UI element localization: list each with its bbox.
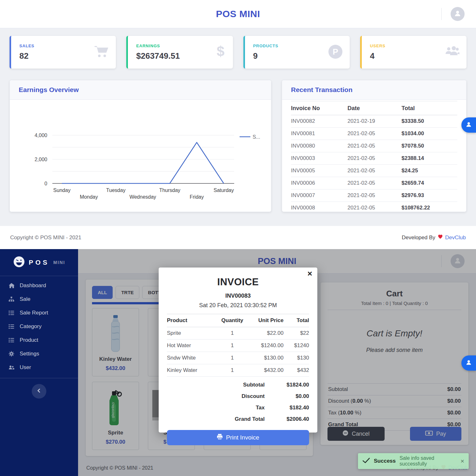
sidebar-collapse-button[interactable]: [32, 384, 46, 399]
cell-date: 2021-02-05: [347, 140, 401, 152]
cell-total: $108762.22: [401, 202, 457, 214]
developed-by: Developed By DevClub: [402, 234, 466, 241]
table-row: INV000032021-02-05$2388.14: [291, 152, 457, 165]
cell-total: $7078.50: [401, 140, 457, 152]
cell-invoice: INV00082: [291, 115, 347, 128]
copyright-text: Copyright © POS MINI - 2021: [10, 235, 81, 241]
header-right: [441, 0, 465, 28]
page: POS MINI SALES 82 EARNINGS $263: [0, 0, 476, 476]
recent-transaction-table: Invoice No Date Total INV000822021-02-19…: [291, 101, 457, 214]
sidebar-item-sale-report[interactable]: Sale Report: [0, 306, 78, 320]
invoice-tax-row: Tax$182.40: [167, 402, 309, 413]
invoice-modal: × INVOICE INV00083 Sat 20 Feb, 2021 03:3…: [159, 268, 317, 433]
sidebar-item-user[interactable]: User: [0, 360, 78, 374]
invoice-subtotal-row: Subtotal$1824.00: [167, 379, 309, 391]
svg-text:4,000: 4,000: [35, 133, 47, 138]
cell-date: 2021-02-19: [347, 115, 401, 128]
invoice-number: INV00083: [159, 293, 317, 299]
sidebar-item-product[interactable]: Product: [0, 333, 78, 347]
svg-text:Tuesday: Tuesday: [106, 188, 126, 193]
stat-value: 9: [253, 51, 258, 61]
invoice-item-row: Sndw White1$130.00$130: [167, 352, 309, 364]
printer-icon: [217, 434, 223, 441]
sidebar-item-sale[interactable]: Sale: [0, 292, 78, 306]
user-fab-button[interactable]: [461, 355, 476, 371]
sidebar-brand[interactable]: POS MINI: [0, 249, 78, 276]
brand-mini: MINI: [53, 260, 65, 265]
col-quantity: Quantity: [215, 314, 249, 327]
check-icon: [362, 457, 370, 465]
user-avatar[interactable]: [451, 7, 465, 21]
sidebar-item-label: Settings: [20, 351, 39, 357]
user-fab-button[interactable]: [461, 117, 476, 133]
table-row: INV000052021-02-05$24.25: [291, 165, 457, 177]
stat-value: 4: [370, 51, 374, 61]
cell-invoice: INV00008: [291, 202, 347, 214]
person-icon: [453, 9, 462, 19]
stat-card-sales[interactable]: SALES 82: [10, 36, 116, 69]
col-invoice-no: Invoice No: [291, 101, 347, 115]
sitemap-icon: [8, 296, 15, 302]
svg-text:Wednesday: Wednesday: [129, 194, 156, 200]
stat-card-users[interactable]: USERS 4: [360, 36, 466, 69]
svg-text:Sunday: Sunday: [53, 188, 70, 193]
chevron-left-icon: [36, 388, 42, 395]
table-header-row: Invoice No Date Total: [291, 101, 457, 115]
print-invoice-label: Print Invoice: [226, 434, 259, 441]
earnings-line-chart: 02,0004,000SundayMondayTuesdayWednesdayT…: [14, 100, 267, 210]
print-invoice-button[interactable]: Print Invoice: [167, 430, 309, 445]
recent-transaction-title: Recent Transaction: [282, 80, 466, 100]
recent-transaction-card: Recent Transaction Invoice No Date Total…: [282, 80, 466, 212]
svg-text:S...: S...: [253, 134, 260, 140]
dashboard-footer: Copyright © POS MINI - 2021 Developed By…: [0, 226, 476, 249]
cell-date: 2021-02-05: [347, 152, 401, 165]
developed-by-text: Developed By: [402, 235, 435, 241]
cell-total: $1034.00: [401, 128, 457, 140]
svg-text:Monday: Monday: [80, 194, 98, 200]
sidebar-item-category[interactable]: Category: [0, 320, 78, 333]
invoice-totals: Subtotal$1824.00 Discount$0.00 Tax$182.4…: [167, 379, 309, 425]
sidebar-divider: [0, 378, 78, 378]
sidebar-item-label: Dashboard: [20, 282, 46, 289]
close-icon[interactable]: ×: [460, 458, 464, 465]
cell-date: 2021-02-05: [347, 165, 401, 177]
cell-date: 2021-02-05: [347, 128, 401, 140]
users-icon: [444, 46, 459, 59]
svg-text:2,000: 2,000: [35, 157, 47, 162]
sidebar-item-settings[interactable]: Settings: [0, 347, 78, 360]
cell-total: $2976.93: [401, 189, 457, 202]
table-header-row: Product Quantity Unit Price Total: [167, 314, 309, 327]
gear-icon: [8, 351, 15, 357]
svg-text:P: P: [333, 47, 338, 56]
table-row: INV000072021-02-05$2976.93: [291, 189, 457, 202]
col-unit-price: Unit Price: [249, 314, 284, 327]
svg-text:Thursday: Thursday: [159, 188, 181, 193]
table-row: INV000082021-02-05$108762.22: [291, 202, 457, 214]
invoice-grand-total-row: Grand Total$2006.40: [167, 413, 309, 425]
cell-date: 2021-02-05: [347, 202, 401, 214]
stat-value: $263749.51: [136, 51, 180, 61]
sidebar-item-label: User: [20, 364, 31, 371]
table-row: INV000802021-02-05$7078.50: [291, 140, 457, 152]
toast-title: Success: [374, 458, 396, 464]
stat-card-earnings[interactable]: EARNINGS $263749.51 $: [126, 36, 233, 69]
sidebar-item-dashboard[interactable]: Dashboard: [0, 279, 78, 292]
users-icon: [8, 365, 15, 370]
invoice-item-row: Hot Water1$1240.00$1240: [167, 340, 309, 352]
invoice-items-table: Product Quantity Unit Price Total Sprite…: [167, 314, 309, 377]
cell-total: $2659.74: [401, 177, 457, 189]
devclub-link[interactable]: DevClub: [445, 235, 466, 241]
person-icon: [465, 359, 472, 367]
p-circle-icon: P: [328, 44, 343, 60]
sale-main: POS MINI ALL TRTE BOTTLE: [78, 249, 476, 476]
close-icon[interactable]: ×: [307, 269, 312, 278]
stat-label: USERS: [370, 43, 386, 48]
heart-icon: [438, 234, 443, 241]
invoice-date: Sat 20 Feb, 2021 03:30:52 PM: [159, 302, 317, 309]
toast-message: Sale info saved successfully: [400, 455, 457, 467]
col-total: Total: [401, 101, 457, 115]
cell-total: $3338.50: [401, 115, 457, 128]
table-row: INV000062021-02-05$2659.74: [291, 177, 457, 189]
stat-card-products[interactable]: PRODUCTS 9 P: [243, 36, 350, 69]
stat-label: EARNINGS: [136, 43, 160, 48]
